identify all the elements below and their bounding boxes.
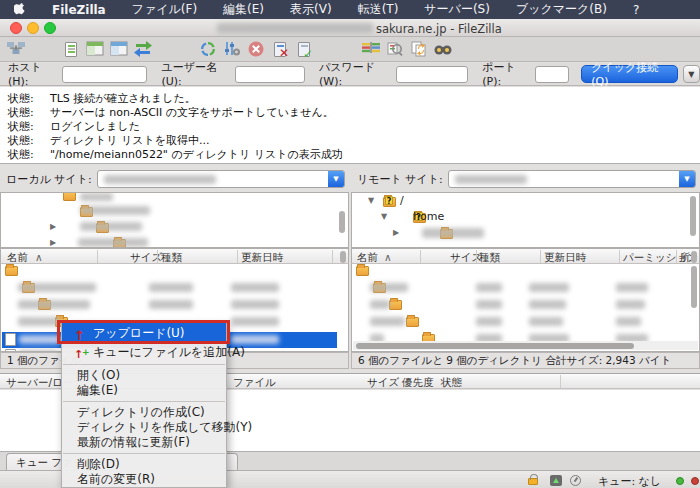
menu-view[interactable]: 表示(V)	[290, 1, 332, 18]
toggle-queue-icon[interactable]	[131, 39, 155, 60]
horizontal-scrollbar-thumb[interactable]	[356, 343, 634, 349]
lock-icon[interactable]	[528, 478, 538, 485]
column-modified[interactable]: 更新日時	[544, 251, 586, 265]
chevron-down-icon[interactable]: ▼	[328, 171, 344, 187]
username-input[interactable]	[235, 66, 305, 83]
menu-item-add-to-queue[interactable]: ↑ + キューにファイルを追加(A)	[62, 343, 226, 361]
remote-file-list[interactable]	[351, 264, 700, 352]
local-directory-tree[interactable]: ▶ ▶	[0, 192, 349, 248]
annotation-highlight-box	[57, 320, 230, 344]
queue-column-size[interactable]: サイズ	[367, 376, 399, 390]
expand-down-icon[interactable]: ▼	[381, 212, 387, 221]
filezilla-window: FileZilla ファイル(F) 編集(E) 表示(V) 転送(T) サーバー…	[0, 0, 700, 488]
expand-down-icon[interactable]: ▼	[368, 196, 374, 205]
list-scrollbar[interactable]	[691, 251, 697, 263]
close-window-button[interactable]	[10, 22, 22, 34]
blurred-file-name	[370, 283, 408, 292]
blurred-file-type	[476, 300, 502, 309]
sort-asc-icon: ∧	[35, 251, 43, 263]
status-label: 状態:	[8, 133, 48, 148]
menu-bookmarks[interactable]: ブックマーク(B)	[516, 1, 607, 18]
menu-item-refresh[interactable]: 最新の情報に更新(F)	[62, 435, 226, 450]
column-size[interactable]: サイズ	[450, 251, 482, 265]
blurred-folder-name	[78, 238, 148, 247]
expand-right-icon[interactable]: ▶	[50, 222, 56, 231]
menu-edit[interactable]: 編集(E)	[223, 1, 264, 18]
menu-file[interactable]: ファイル(F)	[132, 1, 197, 18]
menu-transfer[interactable]: 転送(T)	[358, 1, 399, 18]
remote-site-bar: リモート サイト: ▼	[351, 168, 700, 190]
blurred-file-type	[149, 300, 193, 309]
port-input[interactable]	[535, 66, 570, 83]
column-type[interactable]: 種類	[479, 251, 500, 265]
toggle-remote-tree-icon[interactable]	[107, 39, 131, 60]
blurred-host-title	[217, 23, 373, 33]
chevron-down-icon[interactable]: ▼	[679, 171, 695, 187]
blurred-file-date	[529, 300, 566, 309]
menu-item-open[interactable]: 開く(O)	[62, 368, 226, 383]
menu-item-delete[interactable]: 削除(D)	[62, 457, 226, 472]
menu-item-edit[interactable]: 編集(E)	[62, 383, 226, 398]
queue-column-file[interactable]: ファイル	[233, 376, 276, 390]
blurred-file-name	[18, 300, 90, 309]
tree-scrollbar[interactable]	[339, 211, 345, 233]
status-label: 状態:	[8, 119, 48, 134]
menu-app-name[interactable]: FileZilla	[52, 3, 106, 17]
quickconnect-button[interactable]: クイック接続(Q)	[581, 65, 677, 83]
remote-site-combo[interactable]: ▼	[448, 170, 696, 188]
apple-icon[interactable]	[14, 3, 26, 16]
menu-item-rename[interactable]: 名前の変更(R)	[62, 472, 226, 487]
quickconnect-dropdown-button[interactable]: ▼	[683, 65, 700, 83]
filter-icon[interactable]	[220, 39, 244, 60]
list-scrollbar[interactable]	[340, 251, 346, 263]
data-usage-icon[interactable]	[550, 475, 562, 486]
column-name[interactable]: 名前	[7, 251, 28, 265]
tree-scrollbar[interactable]	[690, 196, 696, 236]
zoom-window-button[interactable]	[44, 22, 56, 34]
blurred-folder-name	[422, 228, 484, 238]
tree-item-home[interactable]: home	[413, 210, 444, 223]
reconnect-icon[interactable]: ✓	[292, 39, 316, 60]
column-type[interactable]: 種類	[161, 251, 182, 265]
find-files-icon[interactable]	[431, 39, 455, 60]
log-message: ログインしました	[50, 119, 140, 134]
folder-unknown-icon: ?	[383, 197, 396, 207]
folder-icon	[356, 266, 369, 276]
blurred-remote-path	[455, 175, 527, 184]
column-modified[interactable]: 更新日時	[241, 251, 283, 265]
toggle-log-icon[interactable]	[59, 39, 83, 60]
menu-server[interactable]: サーバー(S)	[424, 1, 490, 18]
host-input[interactable]	[62, 66, 147, 83]
synchronized-browsing-icon[interactable]	[383, 39, 407, 60]
minimize-window-button[interactable]	[27, 22, 39, 34]
remote-directory-tree[interactable]: ▼ ? / ▼ ? home ▶	[351, 192, 700, 248]
refresh-file-lists-icon[interactable]	[407, 39, 431, 60]
queue-column-priority[interactable]: 優先度	[402, 376, 434, 390]
menu-separator	[63, 453, 225, 454]
refresh-icon[interactable]	[196, 39, 220, 60]
menu-item-create-directory-and-enter[interactable]: ディレクトリを作成して移動(Y)	[62, 420, 226, 435]
queue-column-status[interactable]: 状態	[441, 376, 462, 390]
site-manager-icon[interactable]	[4, 39, 28, 60]
column-owner[interactable]: 所	[680, 251, 691, 265]
blurred-selected-file-name	[19, 335, 61, 344]
speed-limit-gauge-icon[interactable]	[570, 475, 581, 486]
list-scrollbar[interactable]	[691, 266, 697, 308]
disconnect-icon[interactable]: ✕	[268, 39, 292, 60]
blurred-file-name	[370, 300, 390, 309]
log-message: ディレクトリ リストを取得中...	[50, 133, 210, 148]
menu-help[interactable]: ?	[633, 3, 639, 17]
menu-item-create-directory[interactable]: ディレクトリの作成(C)	[62, 405, 226, 420]
blurred-file-date	[231, 300, 279, 309]
password-input[interactable]	[396, 66, 469, 83]
directory-comparison-icon[interactable]	[359, 39, 383, 60]
cancel-icon[interactable]	[244, 39, 268, 60]
local-site-label: ローカル サイト:	[6, 172, 92, 187]
horizontal-scrollbar-track[interactable]	[353, 341, 698, 350]
local-site-combo[interactable]: ▼	[97, 170, 345, 188]
toggle-local-tree-icon[interactable]	[83, 39, 107, 60]
expand-right-icon[interactable]: ▶	[50, 238, 56, 247]
column-name[interactable]: 名前	[357, 251, 378, 265]
expand-right-icon[interactable]: ▶	[393, 228, 399, 237]
tree-item-root[interactable]: /	[400, 194, 404, 207]
